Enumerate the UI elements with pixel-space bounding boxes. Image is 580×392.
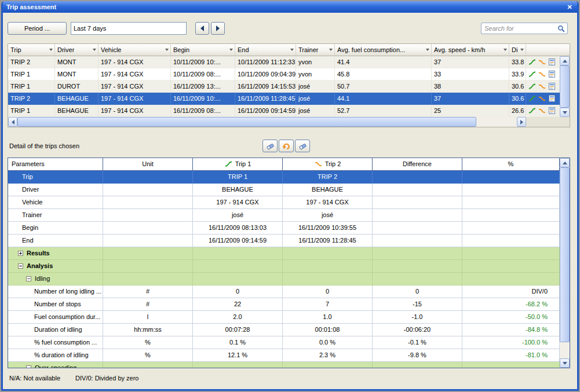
detail-vertical-scrollbar[interactable] (560, 158, 570, 368)
trip-report-icon[interactable] (548, 71, 556, 78)
expand-toggle-icon[interactable]: − (26, 276, 31, 281)
detail-row-results[interactable]: +Results (8, 247, 560, 260)
column-dropdown-icon[interactable] (165, 49, 169, 51)
column-header-begin[interactable]: Begin (171, 44, 235, 56)
trip-row-trip-2-mont[interactable]: TRIP 2MONT197 - 914 CGX10/11/2009 10:...… (8, 56, 560, 68)
detail-column-header-parameters[interactable]: Parameters (8, 158, 103, 171)
vertical-scroll-thumb[interactable] (560, 65, 570, 108)
expand-toggle-icon[interactable]: + (18, 251, 23, 256)
scroll-up-button[interactable] (560, 56, 570, 65)
trip1-trend-icon[interactable] (528, 95, 537, 102)
trip-report-icon[interactable] (548, 107, 556, 115)
column-dropdown-icon[interactable] (426, 49, 429, 51)
search-icon[interactable] (557, 25, 566, 32)
cell-driver: DUROT (55, 80, 99, 93)
trip2-trend-icon[interactable] (538, 83, 546, 90)
detail-column-label: Difference (403, 158, 432, 170)
trip2-trend-icon[interactable] (538, 95, 546, 102)
trip-grid-header: TripDriverVehicleBeginEndTrainerAvg. fue… (8, 44, 570, 56)
detail-row-analysis[interactable]: −Analysis (8, 260, 560, 273)
scroll-down-button[interactable] (560, 358, 570, 368)
detail-row-number-of-stops[interactable]: Number of stops#227-15-68.2 % (8, 298, 560, 311)
trip-row-trip-1-behague[interactable]: TRIP 1BEHAGUE197 - 914 CGX16/11/2009 08:… (8, 105, 560, 117)
column-dropdown-icon[interactable] (49, 49, 53, 51)
detail-row-vehicle[interactable]: Vehicle197 - 914 CGX197 - 914 CGX (8, 196, 560, 209)
scroll-right-button[interactable] (517, 117, 526, 127)
trip2-trend-icon[interactable] (538, 58, 546, 66)
titlebar[interactable]: Trip assessment ✕ (3, 1, 577, 13)
scroll-up-button[interactable] (560, 158, 570, 167)
close-button[interactable]: ✕ (564, 2, 575, 12)
previous-period-button[interactable] (195, 22, 209, 35)
trip2-trend-icon[interactable] (538, 71, 546, 78)
column-header-trainer[interactable]: Trainer (296, 44, 335, 56)
reset-comparison-button[interactable] (279, 140, 294, 152)
assign-trip1-button[interactable] (262, 140, 278, 152)
column-dropdown-icon[interactable] (504, 49, 507, 51)
detail-column-header-unit[interactable]: Unit (103, 158, 193, 171)
trip-grid: TripDriverVehicleBeginEndTrainerAvg. fue… (8, 43, 570, 127)
detail-row-idling[interactable]: −Idling (8, 273, 560, 285)
column-dropdown-icon[interactable] (229, 49, 233, 51)
column-header-avg-speed-km-h[interactable]: Avg. speed - km/h (432, 44, 509, 56)
trip2-trend-icon[interactable] (538, 107, 546, 115)
search-input[interactable] (483, 24, 557, 32)
empty-cell (373, 362, 462, 368)
column-dropdown-icon[interactable] (93, 49, 96, 51)
detail-row-end[interactable]: End16/11/2009 09:14:5916/11/2009 11:28:4… (8, 235, 560, 247)
period-input[interactable] (71, 22, 187, 35)
trip1-cell: 0 (193, 285, 283, 298)
trip-grid-vertical-scrollbar[interactable] (560, 56, 570, 117)
expand-toggle-icon[interactable]: − (18, 263, 23, 269)
trip-report-icon[interactable] (548, 58, 556, 66)
detail-row-trip[interactable]: TripTRIP 1TRIP 2 (8, 171, 560, 184)
detail-row-duration-of-idling[interactable]: Duration of idlinghh:mm:ss00:07:2800:01:… (8, 324, 560, 336)
detail-row-begin[interactable]: Begin16/11/2009 08:13:0316/11/2009 10:39… (8, 222, 560, 235)
detail-column-header-trip-2[interactable]: Trip 2 (283, 158, 373, 171)
param-cell: −Analysis (8, 260, 103, 273)
trip2-trend-icon (314, 160, 323, 168)
detail-column-header-difference[interactable]: Difference (373, 158, 462, 171)
trip-row-trip-2-behague[interactable]: TRIP 2BEHAGUE197 - 914 CGX16/11/2009 10:… (8, 93, 560, 105)
horizontal-scroll-thumb[interactable] (17, 117, 476, 127)
column-dropdown-icon[interactable] (520, 49, 524, 51)
column-dropdown-icon[interactable] (290, 49, 294, 51)
detail-row-trainer[interactable]: Trainerjoséjosé (8, 209, 560, 222)
column-header-driver[interactable]: Driver (55, 44, 99, 56)
column-header-dist[interactable]: Dist (509, 44, 526, 56)
column-header-avg-fuel-consumption[interactable]: Avg. fuel consumption... (335, 44, 432, 56)
detail-row-duration-of-idling[interactable]: % duration of idling%12.1 %2.3 %-9.8 %-8… (8, 349, 560, 362)
period-button[interactable]: Period ... (8, 22, 67, 35)
column-dropdown-icon[interactable] (329, 49, 333, 51)
detail-row-fuel-consumption[interactable]: % fuel consumption ...%0.1 %0.0 %-0.1 %-… (8, 336, 560, 349)
cell-end: 16/11/2009 09:14:59 (235, 105, 296, 117)
next-period-button[interactable] (211, 22, 225, 35)
trip1-trend-icon[interactable] (528, 107, 537, 115)
trip1-trend-icon[interactable] (528, 58, 537, 66)
trip-report-icon[interactable] (548, 83, 556, 90)
scroll-down-button[interactable] (560, 108, 570, 117)
detail-row-number-of-long-idling[interactable]: Number of long idling ...#000DIV/0 (8, 285, 560, 298)
trip1-trend-icon[interactable] (528, 71, 537, 78)
column-header-trip[interactable]: Trip (8, 44, 55, 56)
detail-row-over-speeding[interactable]: −Over-speeding (8, 362, 560, 368)
assign-trip2-button[interactable] (295, 140, 310, 152)
unit-cell (103, 196, 193, 209)
horizontal-scroll-track[interactable] (476, 117, 517, 127)
trip-row-trip-1-durot[interactable]: TRIP 1DUROT197 - 914 CGX16/11/2009 13:..… (8, 80, 560, 93)
column-header-end[interactable]: End (235, 44, 296, 56)
detail-row-driver[interactable]: DriverBEHAGUEBEHAGUE (8, 184, 560, 196)
detail-column-header-[interactable]: % (462, 158, 560, 171)
column-header-vehicle[interactable]: Vehicle (99, 44, 171, 56)
trip-report-icon[interactable] (548, 95, 556, 102)
detail-row-fuel-consumption-dur[interactable]: Fuel consumption dur...l2.01.0-1.0-50.0 … (8, 311, 560, 324)
vertical-scroll-thumb[interactable] (560, 167, 570, 342)
trip-row-trip-1-mont[interactable]: TRIP 1MONT197 - 914 CGX10/11/2009 08:...… (8, 68, 560, 80)
detail-column-header-trip-1[interactable]: Trip 1 (193, 158, 283, 171)
percent-cell: -100.0 % (462, 336, 560, 349)
trip-grid-horizontal-scrollbar[interactable] (8, 117, 526, 127)
trip1-trend-icon[interactable] (528, 83, 537, 90)
scroll-left-button[interactable] (8, 117, 17, 127)
expand-toggle-icon[interactable]: − (26, 365, 31, 368)
vertical-scroll-track[interactable] (560, 342, 570, 358)
